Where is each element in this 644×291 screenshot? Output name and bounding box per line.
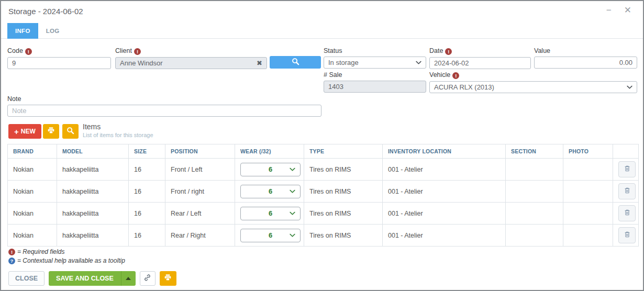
cell-photo	[563, 203, 613, 225]
trash-icon	[624, 165, 631, 174]
vehicle-field-group: Vehicle! ACURA RLX (2013)	[429, 71, 637, 93]
table-row: Nokian hakkapeliitta 16 Front / Left 6 T…	[8, 159, 639, 181]
col-actions	[613, 144, 639, 159]
new-item-label: NEW	[21, 128, 36, 135]
col-type: TYPE	[304, 144, 383, 159]
cell-model: hakkapeliitta	[57, 159, 129, 181]
client-search-button[interactable]	[270, 56, 321, 69]
status-field-group: Status In storage	[324, 47, 426, 69]
search-icon	[292, 58, 299, 67]
cell-size: 16	[129, 203, 165, 225]
status-select[interactable]: In storage	[324, 57, 426, 69]
col-position: POSITION	[165, 144, 235, 159]
wear-select[interactable]: 6	[240, 207, 301, 220]
note-input[interactable]	[7, 105, 321, 117]
wear-select[interactable]: 6	[240, 163, 301, 176]
code-label: Code	[7, 47, 23, 54]
cell-size: 16	[129, 225, 165, 247]
sale-field-group: # Sale	[324, 71, 426, 93]
col-photo: PHOTO	[563, 144, 613, 159]
note-label: Note	[7, 95, 21, 103]
clear-client-icon[interactable]: ✖	[257, 59, 262, 67]
save-and-close-button[interactable]: SAVE AND CLOSE	[49, 271, 121, 286]
cell-position: Rear / Right	[165, 225, 235, 247]
vehicle-value: ACURA RLX (2013)	[434, 83, 494, 91]
items-subtitle: List of items for this storage	[83, 132, 153, 138]
delete-item-button[interactable]	[618, 205, 636, 221]
code-field-group: Code!	[7, 47, 111, 69]
cell-photo	[563, 181, 613, 203]
cell-position: Rear / Left	[165, 203, 235, 225]
cell-inventory-location: 001 - Atelier	[383, 203, 506, 225]
client-value: Anne Windsor	[120, 59, 257, 67]
cell-photo	[563, 159, 613, 181]
cell-size: 16	[129, 159, 165, 181]
required-icon: !	[8, 249, 15, 255]
code-input[interactable]	[7, 57, 111, 69]
cell-section	[506, 159, 563, 181]
storage-dialog: Storage - 2024-06-02 − ✕ INFO LOG Code! …	[0, 0, 644, 291]
cell-section	[506, 203, 563, 225]
close-icon[interactable]: ✕	[624, 5, 631, 16]
value-label: Value	[534, 47, 550, 54]
cell-photo	[563, 225, 613, 247]
cell-type: Tires on RIMS	[304, 203, 383, 225]
legend-required: ! = Required fields	[8, 248, 64, 255]
value-field-group: Value	[534, 47, 637, 69]
client-input[interactable]: Anne Windsor ✖	[115, 57, 267, 69]
sale-input[interactable]	[324, 81, 426, 93]
cell-inventory-location: 001 - Atelier	[383, 225, 506, 247]
minimize-icon[interactable]: −	[606, 5, 612, 16]
new-item-button[interactable]: + NEW	[8, 124, 41, 139]
wear-select[interactable]: 6	[240, 185, 301, 198]
cell-section	[506, 181, 563, 203]
search-items-button[interactable]	[62, 124, 79, 139]
wear-value: 6	[269, 209, 272, 217]
trash-icon	[624, 231, 631, 240]
search-icon	[66, 127, 74, 136]
close-button[interactable]: CLOSE	[8, 271, 45, 286]
col-model: MODEL	[57, 144, 129, 159]
cell-size: 16	[129, 181, 165, 203]
cell-brand: Nokian	[8, 203, 57, 225]
wear-value: 6	[269, 165, 272, 173]
col-inventory-location: INVENTORY LOCATION	[383, 144, 506, 159]
value-input[interactable]	[534, 57, 637, 69]
delete-item-button[interactable]	[618, 161, 636, 177]
table-row: Nokian hakkapeliitta 16 Rear / Left 6 Ti…	[8, 203, 639, 225]
trash-icon	[624, 187, 631, 196]
cell-brand: Nokian	[8, 181, 57, 203]
date-input[interactable]	[429, 57, 531, 69]
print-button[interactable]	[160, 271, 176, 286]
tab-bar: INFO LOG	[1, 23, 643, 39]
cell-model: hakkapeliitta	[57, 181, 129, 203]
items-table: BRAND MODEL SIZE POSITION WEAR (/32) TYP…	[7, 144, 639, 247]
wear-select[interactable]: 6	[240, 229, 301, 242]
cell-type: Tires on RIMS	[304, 181, 383, 203]
cell-type: Tires on RIMS	[304, 225, 383, 247]
table-row: Nokian hakkapeliitta 16 Front / right 6 …	[8, 181, 639, 203]
cell-brand: Nokian	[8, 225, 57, 247]
col-brand: BRAND	[8, 144, 57, 159]
caret-up-icon	[126, 277, 131, 280]
client-field-group: Client! Anne Windsor ✖	[115, 47, 267, 69]
save-options-dropdown[interactable]	[121, 271, 136, 286]
vehicle-label: Vehicle	[429, 71, 450, 79]
cell-section	[506, 225, 563, 247]
required-icon: !	[25, 48, 32, 55]
print-items-button[interactable]	[43, 124, 59, 139]
vehicle-select[interactable]: ACURA RLX (2013)	[429, 81, 637, 93]
delete-item-button[interactable]	[618, 183, 636, 199]
tab-info[interactable]: INFO	[7, 23, 38, 39]
legend-required-text: = Required fields	[17, 248, 64, 255]
tab-log[interactable]: LOG	[38, 23, 68, 39]
cell-position: Front / Left	[165, 159, 235, 181]
required-icon: !	[134, 48, 141, 55]
copy-link-button[interactable]	[140, 271, 156, 286]
cell-brand: Nokian	[8, 159, 57, 181]
delete-item-button[interactable]	[618, 227, 636, 243]
items-title: Items	[83, 122, 153, 131]
cell-position: Front / right	[165, 181, 235, 203]
sale-label: # Sale	[324, 71, 342, 79]
date-field-group: Date!	[429, 47, 531, 69]
